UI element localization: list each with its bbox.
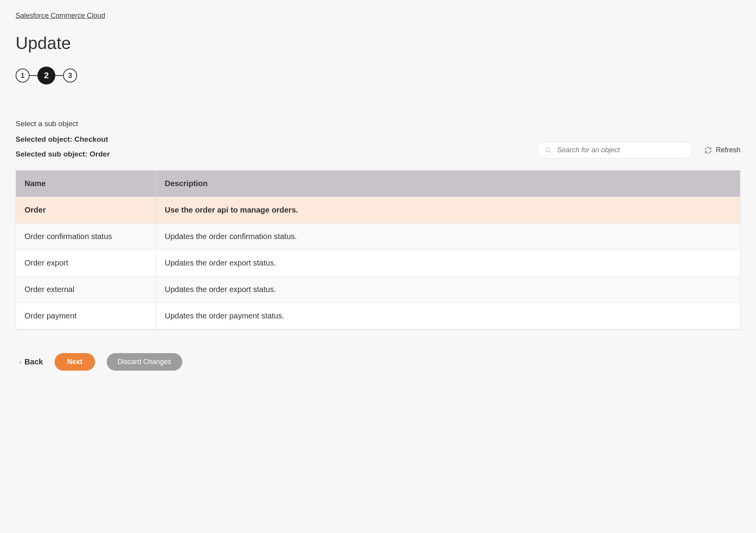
svg-point-0 (546, 148, 550, 151)
table-header: Name Description (16, 171, 740, 197)
step-connector (55, 75, 63, 76)
column-header-description: Description (156, 171, 740, 197)
search-input[interactable] (557, 146, 684, 154)
svg-line-1 (549, 151, 550, 153)
object-table: Name Description OrderUse the order api … (16, 170, 740, 330)
step-1[interactable]: 1 (16, 69, 30, 83)
toolbar-left: Select a sub object Selected object: Che… (16, 120, 110, 158)
row-description: Updates the order export status. (156, 276, 740, 303)
row-description: Use the order api to manage orders. (156, 197, 740, 223)
table-body[interactable]: OrderUse the order api to manage orders.… (16, 197, 740, 329)
search-icon (545, 147, 551, 154)
chevron-left-icon: ‹ (19, 359, 21, 365)
selected-object-text: Selected object: Checkout (16, 135, 110, 144)
stepper: 1 2 3 (16, 67, 740, 84)
row-description: Updates the order confirmation status. (156, 223, 740, 250)
next-button[interactable]: Next (55, 353, 95, 371)
refresh-icon (704, 146, 712, 154)
step-3[interactable]: 3 (63, 69, 77, 83)
breadcrumb-link[interactable]: Salesforce Commerce Cloud (16, 12, 105, 20)
row-name: Order payment (16, 303, 156, 329)
page-title: Update (16, 33, 740, 53)
row-name: Order (16, 197, 156, 223)
step-connector (30, 75, 37, 76)
discard-button[interactable]: Discard Changes (107, 353, 182, 371)
selected-sub-object-text: Selected sub object: Order (16, 150, 110, 158)
row-description: Updates the order payment status. (156, 303, 740, 329)
search-container[interactable] (537, 142, 693, 158)
row-name: Order confirmation status (16, 223, 156, 250)
toolbar-right: Refresh (537, 142, 740, 158)
column-header-name: Name (16, 171, 156, 197)
table-row[interactable]: Order exportUpdates the order export sta… (16, 250, 740, 276)
row-name: Order export (16, 250, 156, 276)
refresh-button[interactable]: Refresh (704, 146, 740, 154)
back-button[interactable]: ‹ Back (19, 357, 43, 366)
table-row[interactable]: Order confirmation statusUpdates the ord… (16, 223, 740, 250)
refresh-label: Refresh (716, 146, 740, 154)
back-label: Back (25, 357, 43, 366)
table-row[interactable]: OrderUse the order api to manage orders. (16, 197, 740, 223)
table-row[interactable]: Order externalUpdates the order export s… (16, 276, 740, 303)
toolbar-row: Select a sub object Selected object: Che… (16, 120, 740, 158)
footer: ‹ Back Next Discard Changes (16, 353, 740, 371)
row-description: Updates the order export status. (156, 250, 740, 276)
step-2[interactable]: 2 (37, 67, 55, 84)
instruction-text: Select a sub object (16, 120, 110, 128)
table-row[interactable]: Order paymentUpdates the order payment s… (16, 303, 740, 329)
row-name: Order external (16, 276, 156, 303)
